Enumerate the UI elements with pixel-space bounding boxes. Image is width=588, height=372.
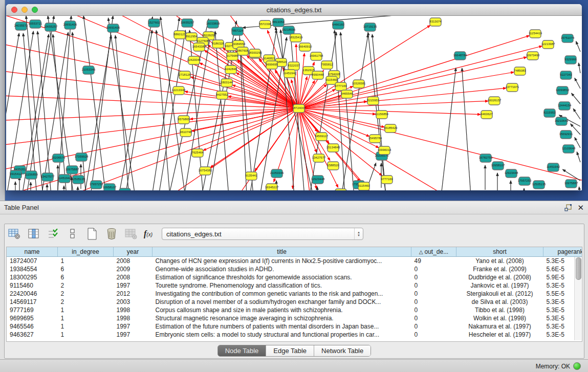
cell-name[interactable]: 19384554 xyxy=(7,265,58,273)
cell-in_degree[interactable]: 1 xyxy=(58,322,114,331)
table-row[interactable]: 969969511998Structural magnetic resonanc… xyxy=(7,314,582,322)
table-row[interactable]: 946362711997Embryonic stem cells: a mode… xyxy=(7,331,582,339)
cell-title[interactable]: Genome-wide association studies in ADHD. xyxy=(153,265,411,273)
graph-node[interactable]: 11156859 xyxy=(375,111,388,119)
cell-title[interactable]: Tourette syndrome. Phenomenology and cla… xyxy=(153,281,411,290)
cell-out_de[interactable]: 49 xyxy=(411,257,456,266)
graph-node[interactable]: 16640910 xyxy=(298,43,312,51)
graph-node[interactable]: 16345227 xyxy=(265,184,279,190)
cell-in_degree[interactable]: 2 xyxy=(58,281,114,290)
table-row[interactable]: 1830029562008Estimation of significance … xyxy=(7,273,582,281)
graph-node[interactable]: 16210643 xyxy=(555,117,569,125)
graph-node[interactable]: 10655257 xyxy=(44,23,58,31)
cell-short[interactable]: Franke et al. (2009) xyxy=(456,265,543,273)
graph-node[interactable]: 10326581 xyxy=(352,80,366,88)
cell-year[interactable]: 2009 xyxy=(114,265,153,273)
cell-title[interactable]: Disruption of a novel member of a sodium… xyxy=(153,298,411,306)
graph-node[interactable]: 16782759 xyxy=(118,188,132,190)
column-header-in_degree[interactable]: in_degree xyxy=(58,247,114,257)
graph-node[interactable]: 15495784 xyxy=(368,135,382,143)
graph-node[interactable]: 7857224 xyxy=(231,27,244,35)
cell-year[interactable]: 1997 xyxy=(114,281,153,290)
graph-node[interactable]: 8215953 xyxy=(543,109,556,117)
graph-node[interactable]: 10474083 xyxy=(334,189,348,190)
graph-node[interactable]: 18325419 xyxy=(289,34,303,42)
cell-in_degree[interactable]: 1 xyxy=(58,314,114,322)
graph-node[interactable]: 1588520 xyxy=(327,162,339,170)
graph-node[interactable]: 8912954 xyxy=(185,33,198,41)
graph-node[interactable]: 8860123 xyxy=(173,31,186,39)
graph-node[interactable]: 10655257 xyxy=(181,19,194,27)
cell-year[interactable]: 1997 xyxy=(114,331,153,339)
close-window-button[interactable] xyxy=(11,7,17,13)
graph-node[interactable]: 8215953 xyxy=(367,97,379,105)
graph-node[interactable]: 12103648 xyxy=(562,145,576,153)
cell-name[interactable]: 22420046 xyxy=(7,290,58,298)
graph-node[interactable]: 8990448 xyxy=(312,71,324,79)
graph-node[interactable]: 11156859 xyxy=(25,171,38,179)
graph-node[interactable]: 16754382 xyxy=(199,167,212,175)
cell-year[interactable]: 2012 xyxy=(114,290,153,298)
graph-node[interactable]: 20691406 xyxy=(106,24,120,32)
graph-node[interactable]: 18724007 xyxy=(292,104,306,113)
table-selector-dropdown[interactable]: citations_edges.txt ▲▼ xyxy=(162,228,363,240)
cell-short[interactable]: Stergiakouli et al. (2012) xyxy=(456,290,543,298)
graph-node[interactable]: 8427552 xyxy=(216,91,228,99)
cell-title[interactable]: Corpus callosum shape and size in male p… xyxy=(153,306,411,314)
graph-node[interactable]: 16033809 xyxy=(206,20,220,28)
graph-node[interactable]: 10958107 xyxy=(491,162,505,170)
cell-in_degree[interactable]: 1 xyxy=(58,257,114,266)
column-header-name[interactable]: name xyxy=(7,247,58,257)
tab-network-table[interactable]: Network Table xyxy=(314,345,371,356)
cell-in_degree[interactable]: 1 xyxy=(58,306,114,314)
graph-node[interactable]: 9465546 xyxy=(341,90,353,98)
graph-node[interactable]: 10958107 xyxy=(103,184,117,190)
cell-out_de[interactable]: 0 xyxy=(411,306,456,314)
cell-short[interactable]: Dudbridge et al. (2008) xyxy=(456,273,543,281)
graph-node[interactable]: 7955812 xyxy=(321,61,333,69)
graph-node[interactable]: 8813054 xyxy=(272,18,285,27)
graph-node[interactable]: 15692931 xyxy=(559,130,573,139)
cell-name[interactable]: 9463627 xyxy=(7,331,58,339)
cell-out_de[interactable]: 0 xyxy=(411,331,456,339)
table-row[interactable]: 977716911998Corpus callosum shape and si… xyxy=(7,306,582,314)
cell-out_de[interactable]: 0 xyxy=(411,273,456,281)
graph-node[interactable]: 9463627 xyxy=(481,111,493,119)
graph-node[interactable]: 12923448 xyxy=(311,176,325,184)
graph-node[interactable]: 13771971 xyxy=(506,83,519,92)
graph-node[interactable]: 3610748 xyxy=(180,128,192,137)
column-header-title[interactable]: title xyxy=(153,247,411,257)
graph-node[interactable]: 13427577 xyxy=(41,173,55,181)
delete-trash-icon[interactable] xyxy=(105,227,118,240)
graph-node[interactable]: 9777169 xyxy=(381,176,393,184)
graph-node[interactable]: 12444154 xyxy=(558,102,572,110)
graph-node[interactable]: 16026157 xyxy=(488,97,502,105)
graph-node[interactable]: 21053346 xyxy=(270,169,284,178)
graph-node[interactable]: 19218596 xyxy=(282,26,296,34)
close-panel-icon[interactable]: ✕ xyxy=(577,204,584,211)
new-document-icon[interactable] xyxy=(85,227,99,240)
graph-node[interactable]: 12213987 xyxy=(541,40,555,49)
tab-node-table[interactable]: Node Table xyxy=(218,345,267,356)
graph-node[interactable]: 16543382 xyxy=(192,43,206,51)
cell-in_degree[interactable]: 6 xyxy=(58,273,114,281)
network-canvas[interactable]: 2403557220553721106552572069140620691406… xyxy=(6,16,582,190)
graph-node[interactable]: 10973493 xyxy=(526,52,540,60)
graph-node[interactable]: 7485083 xyxy=(514,67,526,75)
graph-node[interactable]: 12093832 xyxy=(556,86,570,95)
graph-node[interactable]: 12213343 xyxy=(172,86,186,95)
cell-name[interactable]: 14569117 xyxy=(7,298,58,306)
table-settings-icon[interactable] xyxy=(8,227,21,240)
cell-title[interactable]: Changes of HCN gene expression and I(f) … xyxy=(153,257,411,266)
graph-node[interactable]: 9579865 xyxy=(178,116,190,124)
graph-node[interactable]: 12505135 xyxy=(72,176,85,184)
float-panel-icon[interactable] xyxy=(564,204,572,211)
graph-node[interactable]: 8313074 xyxy=(429,18,442,26)
left-panel-gutter[interactable] xyxy=(0,0,5,201)
graph-node[interactable]: 9777169 xyxy=(335,82,347,91)
cell-name[interactable]: 9699695 xyxy=(7,314,58,322)
graph-node[interactable]: 14569117 xyxy=(315,133,329,141)
graph-node[interactable]: 16185429 xyxy=(384,124,398,133)
graph-node[interactable]: 11451942 xyxy=(547,163,560,171)
cell-short[interactable]: Hescheler et al. (1997) xyxy=(456,331,543,339)
